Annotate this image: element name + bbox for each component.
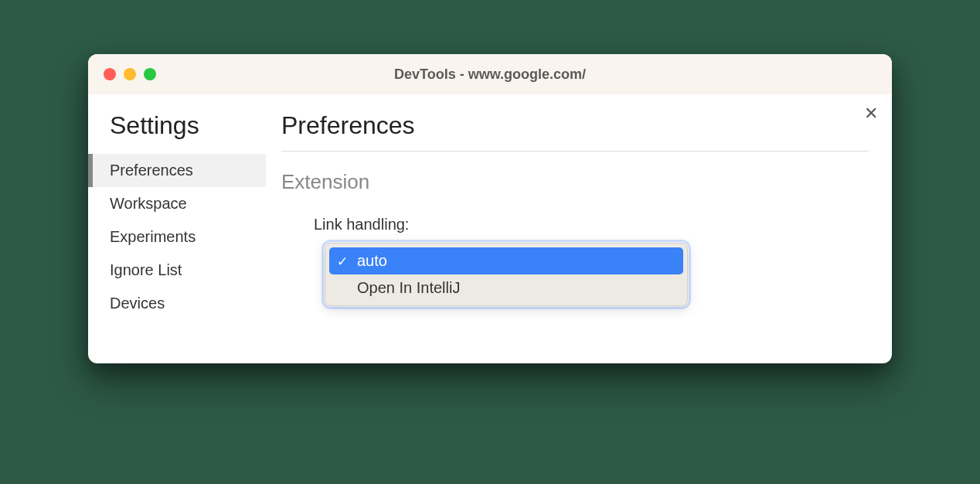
- divider: [281, 151, 869, 152]
- page-title: Preferences: [281, 111, 869, 140]
- close-settings-button[interactable]: ✕: [864, 104, 878, 124]
- content-area: ✕ Settings Preferences Workspace Experim…: [88, 94, 892, 363]
- setting-label: Link handling:: [314, 216, 869, 233]
- sidebar-title: Settings: [88, 111, 266, 140]
- sidebar-item-label: Preferences: [110, 162, 193, 179]
- dropdown-option-open-in-intellij[interactable]: Open In IntelliJ: [329, 274, 683, 302]
- sidebar-item-label: Experiments: [110, 228, 196, 245]
- dropdown-option-label: Open In IntelliJ: [357, 279, 460, 296]
- sidebar-item-preferences[interactable]: Preferences: [88, 154, 266, 187]
- close-window-button[interactable]: [104, 68, 116, 80]
- setting-row-link-handling: Link handling: ✓ auto Open In IntelliJ: [281, 216, 869, 306]
- link-handling-dropdown[interactable]: ✓ auto Open In IntelliJ: [325, 243, 688, 306]
- minimize-window-button[interactable]: [124, 68, 136, 80]
- dropdown-menu: ✓ auto Open In IntelliJ: [325, 243, 688, 306]
- sidebar: Settings Preferences Workspace Experimen…: [88, 94, 266, 363]
- main-panel: Preferences Extension Link handling: ✓ a…: [266, 94, 892, 363]
- sidebar-item-ignore-list[interactable]: Ignore List: [88, 254, 266, 287]
- sidebar-item-label: Devices: [110, 295, 165, 312]
- dropdown-option-auto[interactable]: ✓ auto: [329, 247, 683, 274]
- sidebar-item-experiments[interactable]: Experiments: [88, 220, 266, 254]
- traffic-lights: [104, 68, 156, 80]
- sidebar-item-label: Ignore List: [110, 261, 182, 278]
- sidebar-item-devices[interactable]: Devices: [88, 287, 266, 320]
- window-title: DevTools - www.google.com/: [394, 66, 586, 83]
- dropdown-option-label: auto: [357, 252, 387, 269]
- sidebar-item-label: Workspace: [110, 195, 187, 212]
- sidebar-item-workspace[interactable]: Workspace: [88, 187, 266, 220]
- check-icon: ✓: [337, 253, 348, 269]
- maximize-window-button[interactable]: [144, 68, 156, 80]
- titlebar: DevTools - www.google.com/: [88, 54, 892, 94]
- section-title: Extension: [281, 170, 869, 194]
- devtools-window: DevTools - www.google.com/ ✕ Settings Pr…: [88, 54, 892, 363]
